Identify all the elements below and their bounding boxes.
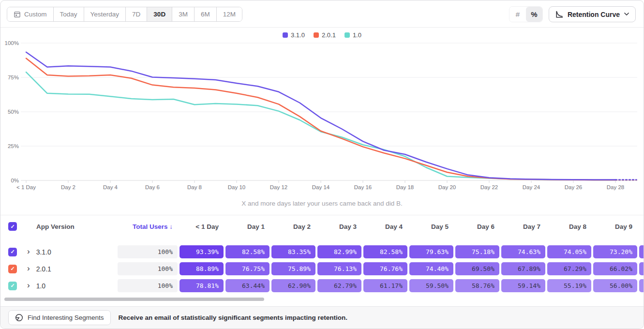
header-day-1: Day 1	[225, 223, 270, 230]
retention-cell-day-3[interactable]: 82.99%	[317, 245, 361, 258]
chevron-down-icon	[624, 13, 629, 16]
retention-cell-day-3[interactable]: 62.79%	[317, 279, 361, 292]
y-axis-label: 75%	[8, 75, 19, 80]
retention-cell-day-0[interactable]: 88.89%	[180, 262, 224, 275]
find-interesting-segments-button[interactable]: Find Interesting Segments	[8, 310, 111, 325]
retention-cell-day-1[interactable]: 76.75%	[225, 262, 270, 275]
percentage-toggle[interactable]: %	[526, 7, 542, 22]
retention-cell-day-1[interactable]: 82.58%	[225, 245, 270, 258]
expand-chevron-icon[interactable]: ›	[25, 247, 30, 256]
retention-cell-day-4[interactable]: 76.76%	[363, 262, 407, 275]
date-range-custom[interactable]: Custom	[7, 7, 53, 21]
header-day-2: Day 2	[270, 223, 316, 230]
row-checkbox-2.0.1[interactable]: ✓	[8, 265, 17, 273]
header-day-9: Day 9	[592, 223, 638, 230]
header-day-7: Day 7	[500, 223, 546, 230]
chart-type-label: Retention Curve	[568, 11, 620, 18]
footer-message: Receive an email of statistically signif…	[119, 314, 347, 321]
retention-cell-day-3[interactable]: 76.13%	[317, 262, 361, 275]
horizontal-scrollbar-thumb[interactable]	[4, 298, 264, 301]
total-users-cell: 100%	[118, 262, 178, 275]
retention-cell-day-2[interactable]: 62.90%	[271, 279, 315, 292]
x-axis-label: Day 20	[438, 184, 456, 190]
retention-cell-day-9[interactable]: 73.20%	[593, 245, 637, 258]
date-range-12m[interactable]: 12M	[216, 7, 242, 21]
segments-icon	[15, 314, 23, 322]
retention-cell-day-9[interactable]: 66.02%	[593, 262, 637, 275]
header-total-users-sorted[interactable]: Total Users ↓	[117, 223, 179, 230]
y-axis-label: 25%	[8, 143, 19, 149]
retention-cell-cutoff	[639, 245, 644, 258]
retention-cell-day-8[interactable]: 67.29%	[547, 262, 591, 275]
legend-label: 2.0.1	[322, 31, 336, 39]
y-axis-label: 0%	[11, 178, 19, 183]
find-interesting-segments-label: Find Interesting Segments	[28, 314, 104, 321]
expand-chevron-icon[interactable]: ›	[25, 264, 30, 273]
total-users-cell: 100%	[118, 279, 178, 292]
header-day-5: Day 5	[408, 223, 454, 230]
retention-cell-day-7[interactable]: 74.63%	[501, 245, 545, 258]
table-body: ✓›3.1.0100%93.39%82.58%83.35%82.99%82.58…	[0, 243, 644, 294]
date-range-label: 3M	[179, 11, 188, 18]
retention-cell-day-8[interactable]: 55.19%	[547, 279, 591, 292]
date-range-3m[interactable]: 3M	[172, 7, 194, 21]
x-axis-label: Day 4	[103, 184, 118, 190]
retention-cell-day-2[interactable]: 75.89%	[271, 262, 315, 275]
date-range-today[interactable]: Today	[53, 7, 84, 21]
retention-cell-day-6[interactable]: 58.76%	[455, 279, 499, 292]
retention-cell-day-6[interactable]: 75.18%	[455, 245, 499, 258]
x-axis-label: Day 18	[396, 184, 414, 190]
legend-label: 1.0	[353, 31, 361, 39]
date-range-label: Custom	[24, 11, 47, 18]
date-range-label: 12M	[223, 11, 236, 18]
retention-cell-day-2[interactable]: 83.35%	[271, 245, 315, 258]
retention-cell-day-7[interactable]: 59.14%	[501, 279, 545, 292]
retention-cell-day-1[interactable]: 63.44%	[225, 279, 270, 292]
legend-item-2.0.1[interactable]: 2.0.1	[314, 31, 336, 39]
table-header-row: ✓App VersionTotal Users ↓< 1 DayDay 1Day…	[0, 215, 644, 238]
retention-cell-day-0[interactable]: 93.39%	[180, 245, 224, 258]
legend-label: 3.1.0	[291, 31, 305, 39]
absolute-numbers-toggle[interactable]: #	[509, 7, 526, 22]
footer-bar: Find Interesting Segments Receive an ema…	[0, 306, 644, 329]
date-range-label: 7D	[132, 11, 140, 18]
retention-cell-day-0[interactable]: 78.81%	[180, 279, 224, 292]
x-axis-label: Day 12	[270, 184, 287, 190]
retention-cell-day-5[interactable]: 74.40%	[409, 262, 453, 275]
legend-item-1.0[interactable]: 1.0	[344, 31, 361, 39]
chart-type-dropdown[interactable]: Retention Curve	[549, 6, 636, 22]
header-day-4: Day 4	[362, 223, 408, 230]
date-range-label: 30D	[153, 11, 165, 18]
toolbar-right: #% Retention Curve	[509, 6, 636, 22]
select-all-checkbox[interactable]: ✓	[8, 222, 17, 231]
date-range-30d[interactable]: 30D	[147, 7, 172, 21]
series-line-1.0	[26, 72, 615, 180]
x-axis-label: Day 10	[228, 184, 245, 190]
retention-cell-day-8[interactable]: 74.05%	[547, 245, 591, 258]
app-version-label: 1.0	[36, 282, 45, 290]
retention-cell-day-4[interactable]: 61.17%	[363, 279, 407, 292]
date-range-label: 6M	[201, 11, 210, 18]
x-axis-label: Day 16	[354, 184, 372, 190]
retention-cell-day-5[interactable]: 79.63%	[409, 245, 453, 258]
retention-cell-day-7[interactable]: 67.89%	[501, 262, 545, 275]
date-range-6m[interactable]: 6M	[194, 7, 216, 21]
retention-cell-day-6[interactable]: 69.50%	[455, 262, 499, 275]
x-axis-label: Day 28	[607, 184, 624, 190]
date-range-7d[interactable]: 7D	[125, 7, 147, 21]
retention-cell-day-5[interactable]: 59.50%	[409, 279, 453, 292]
row-checkbox-3.1.0[interactable]: ✓	[8, 248, 17, 256]
retention-cell-day-9[interactable]: 56.00%	[593, 279, 637, 292]
x-axis-label: Day 8	[187, 184, 202, 190]
legend-item-3.1.0[interactable]: 3.1.0	[283, 31, 305, 39]
date-range-yesterday[interactable]: Yesterday	[84, 7, 126, 21]
app-version-label: 3.1.0	[36, 248, 51, 256]
row-checkbox-1.0[interactable]: ✓	[8, 282, 17, 290]
retention-cell-day-4[interactable]: 82.58%	[363, 245, 407, 258]
legend-swatch	[314, 32, 319, 38]
expand-chevron-icon[interactable]: ›	[25, 281, 30, 290]
header-app-version: App Version	[25, 223, 117, 230]
series-line-2.0.1	[26, 59, 615, 180]
legend-swatch	[344, 32, 350, 38]
retention-table: ✓App VersionTotal Users ↓< 1 DayDay 1Day…	[0, 215, 644, 294]
